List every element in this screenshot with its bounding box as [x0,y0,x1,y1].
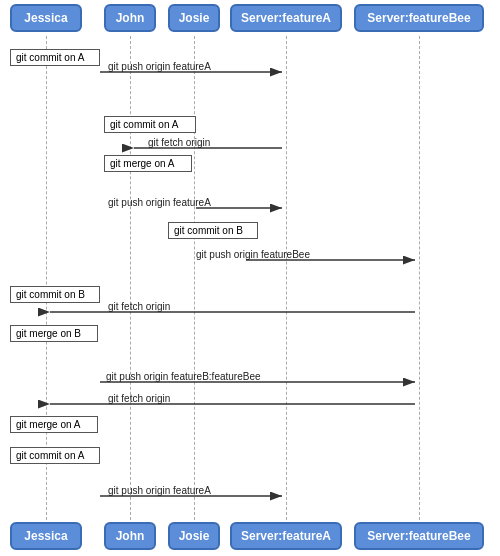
msg-box-jessica-merge2: git merge on A [10,416,98,433]
svg-text:git push origin featureA: git push origin featureA [108,61,211,72]
actor-josie-bottom: Josie [168,522,220,550]
msg-box-john-merge1: git merge on A [104,155,192,172]
actor-jessica: Jessica [10,4,82,32]
svg-text:git fetch origin: git fetch origin [108,393,170,404]
svg-text:git push origin featureA: git push origin featureA [108,485,211,496]
actor-john-bottom: John [104,522,156,550]
msg-box-josie-commit1: git commit on B [168,222,258,239]
actor-serverA: Server:featureA [230,4,342,32]
sequence-diagram: Jessica John Josie Server:featureA Serve… [0,0,500,556]
lifeline-josie [194,36,195,520]
lifeline-serverA [286,36,287,520]
msg-box-jessica-merge1: git merge on B [10,325,98,342]
lifeline-serverBee [419,36,420,520]
msg-box-jessica-commit3: git commit on A [10,447,100,464]
lifeline-john [130,36,131,520]
msg-box-jessica-commit2: git commit on B [10,286,100,303]
svg-text:git fetch origin: git fetch origin [148,137,210,148]
msg-box-jessica-commit1: git commit on A [10,49,100,66]
svg-text:git push origin featureBee: git push origin featureBee [196,249,310,260]
actor-serverBee-bottom: Server:featureBee [354,522,484,550]
actor-john: John [104,4,156,32]
svg-text:git fetch origin: git fetch origin [108,301,170,312]
actor-serverBee: Server:featureBee [354,4,484,32]
actor-serverA-bottom: Server:featureA [230,522,342,550]
svg-text:git push origin featureA: git push origin featureA [108,197,211,208]
arrows-svg: git push origin featureA git fetch origi… [0,0,500,556]
actor-josie: Josie [168,4,220,32]
actor-jessica-bottom: Jessica [10,522,82,550]
msg-box-john-commit1: git commit on A [104,116,196,133]
